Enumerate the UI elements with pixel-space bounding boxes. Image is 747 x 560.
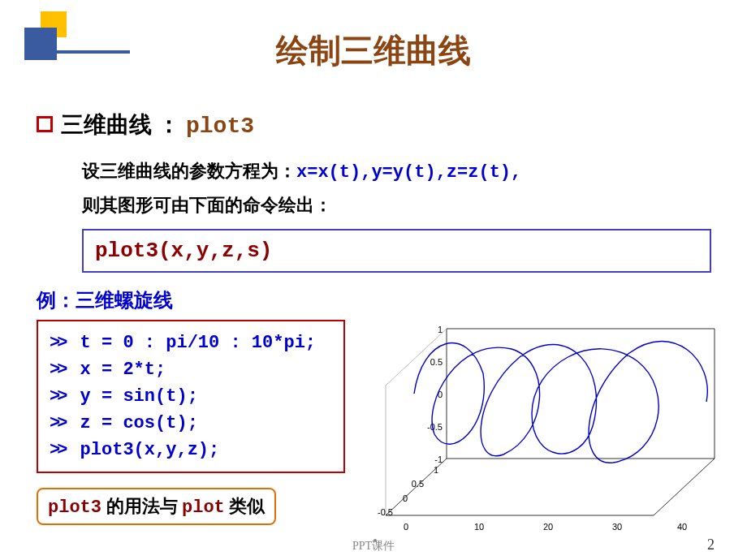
bullet-label: 三维曲线 ： [61,112,180,137]
svg-text:-1: -1 [434,454,443,464]
code-line-5: plot3(x,y,z); [80,440,220,460]
svg-text:30: 30 [612,522,622,532]
note-kw1: plot3 [48,498,101,518]
svg-text:1: 1 [438,325,443,334]
page-number: 2 [707,536,715,554]
plot3d-figure: 1 0.5 0 -0.5 -1 1 0.5 0 -0.5 0 10 20 30 … [357,304,737,556]
description-line-1: 设三维曲线的参数方程为：x=x(t),y=y(t),z=z(t), [82,155,719,189]
svg-text:0: 0 [403,493,408,503]
svg-text:-0.5: -0.5 [378,507,393,517]
svg-text:0.5: 0.5 [430,357,443,367]
desc-equation: x=x(t),y=y(t),z=z(t), [296,162,521,183]
svg-text:1: 1 [434,465,438,475]
command-box: plot3(x,y,z,s) [82,229,711,273]
svg-line-5 [654,459,715,515]
code-box: >> t = 0 : pi/10 : 10*pi; >> x = 2*t; >>… [37,320,345,473]
note-mid: 的用法与 [101,496,182,516]
svg-text:0: 0 [404,522,408,532]
code-line-2: x = 2*t; [80,360,166,380]
code-line-4: z = cos(t); [80,413,198,433]
footer-label: PPT课件 [0,539,747,554]
description-line-2: 则其图形可由下面的命令绘出： [82,189,719,222]
svg-text:20: 20 [543,522,553,532]
bullet-icon [37,116,53,132]
note-box: plot3 的用法与 plot 类似 [37,488,276,525]
svg-text:-0.5: -0.5 [427,422,443,432]
note-kw2: plot [182,498,225,518]
desc-prefix: 设三维曲线的参数方程为： [82,161,296,181]
svg-text:40: 40 [677,522,687,532]
svg-text:10: 10 [474,522,484,532]
slide-title: 绘制三维曲线 [0,28,747,73]
bullet-heading: 三维曲线 ： plot3 [37,110,719,140]
code-line-1: t = 0 : pi/10 : 10*pi; [80,333,316,353]
note-end: 类似 [225,496,266,516]
bullet-keyword: plot3 [186,114,254,139]
code-line-3: y = sin(t); [80,386,198,407]
svg-text:0.5: 0.5 [412,479,424,489]
